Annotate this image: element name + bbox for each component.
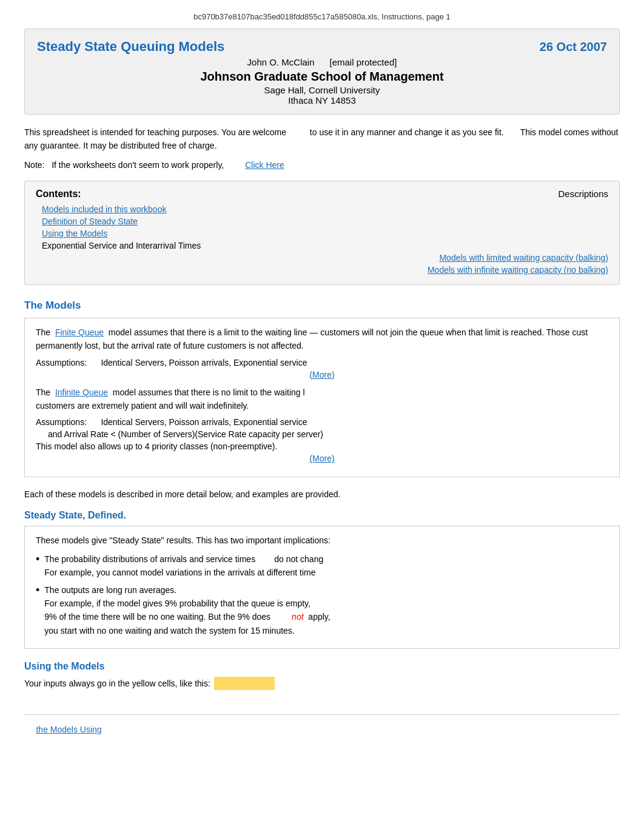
infinite-queue-link[interactable]: Infinite Queue (55, 387, 108, 397)
using-models-heading: Using the Models (24, 661, 620, 672)
bottom-nav-text (24, 725, 34, 734)
finite-desc: model assumes that there is a limit to t… (36, 327, 588, 350)
infinite-assumptions: Assumptions: Identical Servers, Poisson … (36, 417, 608, 427)
finite-assumptions-label: Assumptions: (36, 358, 98, 367)
infinite-assumptions-text: Identical Servers, Poisson arrivals, Exp… (101, 417, 307, 427)
finite-assumptions: Assumptions: Identical Servers, Poisson … (36, 358, 608, 367)
header-author: John O. McClain [email protected] (37, 57, 607, 67)
header-date: 26 Oct 2007 (540, 40, 607, 54)
bullet2-sub4: you start with no one waiting and watch … (44, 626, 294, 635)
bullet1-sub: For example, you cannot model variations… (44, 568, 315, 577)
contents-section: Contents: Descriptions Models included i… (24, 181, 620, 285)
using-input-label: Your inputs always go in the yellow cell… (24, 679, 210, 688)
header-address: Ithaca NY 14853 (37, 95, 607, 106)
header-title-row: Steady State Queuing Models 26 Oct 2007 (37, 39, 607, 55)
click-here-link[interactable]: Click Here (245, 160, 284, 170)
bullet2-main: The outputs are long run averages. (44, 585, 176, 595)
author-name: John O. McClain (247, 57, 315, 67)
bottom-nav-link[interactable]: the Models Using (36, 725, 101, 734)
using-models-section: Using the Models Your inputs always go i… (24, 661, 620, 690)
contents-link-using[interactable]: Using the Models (42, 229, 608, 238)
finite-queue-para: The Finite Queue model assumes that ther… (36, 326, 608, 353)
bullet-item-2: • The outputs are long run averages. For… (36, 583, 608, 638)
contents-descriptions: Descriptions (558, 189, 608, 200)
bottom-nav: the Models Using (24, 714, 620, 734)
infinite-assumptions2: and Arrival Rate < (Number of Servers)(S… (48, 429, 608, 439)
bullet2-sub1: For example, if the model gives 9% proba… (44, 599, 310, 608)
note-text: Note: If the worksheets don't seem to wo… (24, 160, 243, 170)
header-box: Steady State Queuing Models 26 Oct 2007 … (24, 29, 620, 115)
header-title: Steady State Queuing Models (37, 39, 224, 55)
infinite-prefix: The (36, 387, 53, 397)
using-input-row: Your inputs always go in the yellow cell… (24, 677, 620, 690)
contents-link-balking[interactable]: Models with limited waiting capacity (ba… (36, 253, 608, 263)
finite-queue-link[interactable]: Finite Queue (55, 327, 104, 337)
steady-state-heading: Steady State, Defined. (24, 510, 620, 521)
steady-state-box: These models give "Steady State" results… (24, 526, 620, 649)
contents-plain-exponential: Exponential Service and Interarrival Tim… (42, 241, 608, 250)
bullet-item-1: • The probability distributions of arriv… (36, 552, 608, 580)
finite-prefix: The (36, 327, 53, 337)
yellow-cell (214, 677, 275, 690)
infinite-assumptions3: This model also allows up to 4 priority … (36, 441, 608, 451)
bullet-content-1: The probability distributions of arrival… (44, 552, 608, 580)
bullet2-sub2: 9% of the time there will be no one wait… (44, 612, 289, 622)
intro-text: This spreadsheet is intended for teachin… (24, 126, 620, 153)
finite-more-link[interactable]: (More) (36, 370, 608, 380)
bullet2-sub3: apply, (306, 612, 330, 622)
finite-assumptions-text: Identical Servers, Poisson arrivals, Exp… (101, 358, 307, 367)
steady-state-intro: These models give "Steady State" results… (36, 534, 608, 547)
author-email: [email protected] (330, 57, 397, 67)
filename-bar: bc970b37e8107bac35ed018fdd855c17a585080a… (24, 12, 620, 21)
contents-link-steady-state[interactable]: Definition of Steady State (42, 216, 608, 226)
header-school: Johnson Graduate School of Management (37, 70, 607, 84)
bullet1-main: The probability distributions of arrival… (44, 554, 323, 564)
note-line: Note: If the worksheets don't seem to wo… (24, 160, 620, 170)
bullet2-not: not (292, 612, 303, 622)
infinite-more-link[interactable]: (More) (36, 454, 608, 463)
bullet-dot-2: • (36, 583, 39, 597)
bullet-content-2: The outputs are long run averages. For e… (44, 583, 608, 638)
contents-title: Contents: (36, 189, 81, 200)
each-model-text: Each of these models is described in mor… (24, 489, 620, 499)
bullet-dot-1: • (36, 552, 39, 566)
the-models-heading: The Models (24, 300, 620, 312)
contents-header-row: Contents: Descriptions (36, 189, 608, 200)
infinite-queue-para: The Infinite Queue model assumes that th… (36, 386, 608, 413)
header-building: Sage Hall, Cornell University (37, 85, 607, 95)
filename-text: bc970b37e8107bac35ed018fdd855c17a585080a… (193, 12, 451, 21)
contents-link-models[interactable]: Models included in this workbook (42, 204, 608, 214)
models-box: The Finite Queue model assumes that ther… (24, 318, 620, 478)
contents-link-no-balking[interactable]: Models with infinite waiting capacity (n… (36, 265, 608, 275)
infinite-assumptions-label: Assumptions: (36, 417, 98, 427)
